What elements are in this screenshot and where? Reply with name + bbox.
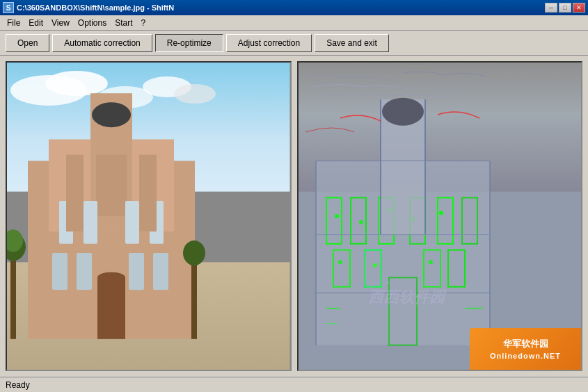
badge-container: 华军软件园 Onlinedown.NET — [470, 328, 581, 370]
processed-image-panel: 西西软件园 华军软件园 Onlinedown.NET — [297, 61, 583, 371]
processed-image-canvas: 西西软件园 — [299, 63, 582, 370]
main-area: 西西软件园 华军软件园 Onlinedown.NET — [0, 56, 588, 377]
svg-point-52 — [382, 98, 424, 126]
title-bar-left: S C:\360SANDBOX\ShiftN\sample.jpg - Shif… — [3, 2, 174, 13]
menu-view[interactable]: View — [47, 17, 74, 29]
svg-text:西西软件园: 西西软件园 — [368, 288, 447, 306]
svg-rect-18 — [77, 253, 92, 290]
menu-start[interactable]: Start — [111, 17, 136, 29]
title-bar-text: C:\360SANDBOX\ShiftN\sample.jpg - ShiftN — [17, 3, 174, 12]
svg-point-44 — [359, 220, 363, 224]
svg-rect-26 — [191, 253, 197, 339]
svg-rect-20 — [153, 253, 168, 290]
save-and-exit-button[interactable]: Save and exit — [315, 34, 389, 52]
svg-rect-15 — [125, 201, 139, 244]
badge-url-text: Onlinedown.NET — [490, 352, 561, 360]
adjust-correction-button[interactable]: Adjust correction — [226, 34, 312, 52]
automatic-correction-button[interactable]: Automatic correction — [52, 34, 152, 52]
processed-image-svg: 西西软件园 — [299, 63, 582, 370]
menu-edit[interactable]: Edit — [24, 17, 47, 29]
minimize-button[interactable]: ─ — [545, 3, 557, 13]
svg-point-50 — [429, 260, 433, 264]
re-optimize-button[interactable]: Re-optimize — [155, 34, 223, 52]
original-image-canvas — [7, 63, 290, 370]
toolbar: Open Automatic correction Re-optimize Ad… — [0, 31, 588, 56]
svg-rect-28 — [66, 155, 84, 232]
svg-rect-29 — [139, 155, 157, 232]
menu-file[interactable]: File — [3, 17, 24, 29]
svg-point-48 — [338, 260, 342, 264]
svg-point-22 — [97, 272, 125, 283]
svg-point-5 — [174, 84, 216, 104]
status-text: Ready — [6, 380, 30, 390]
svg-rect-12 — [96, 155, 127, 216]
svg-point-47 — [439, 211, 443, 215]
badge-logo-text: 华军软件园 — [503, 338, 548, 350]
close-button[interactable]: ✕ — [573, 3, 585, 13]
svg-rect-21 — [97, 277, 125, 338]
menu-help[interactable]: ? — [137, 17, 150, 29]
status-bar: Ready — [0, 377, 588, 392]
menu-options[interactable]: Options — [74, 17, 111, 29]
open-button[interactable]: Open — [6, 34, 49, 52]
title-bar: S C:\360SANDBOX\ShiftN\sample.jpg - Shif… — [0, 0, 588, 15]
svg-rect-19 — [129, 253, 144, 290]
svg-point-43 — [335, 214, 339, 218]
svg-point-27 — [183, 240, 205, 266]
svg-point-10 — [92, 102, 131, 127]
svg-rect-14 — [84, 201, 97, 244]
app-icon: S — [3, 2, 14, 13]
original-image-panel — [6, 61, 292, 371]
original-image-svg — [7, 63, 290, 370]
menu-bar: File Edit View Options Start ? — [0, 15, 588, 31]
maximize-button[interactable]: □ — [559, 3, 571, 13]
svg-rect-17 — [52, 253, 67, 290]
title-bar-controls: ─ □ ✕ — [545, 3, 585, 13]
svg-point-2 — [45, 71, 108, 96]
svg-point-49 — [373, 263, 377, 268]
